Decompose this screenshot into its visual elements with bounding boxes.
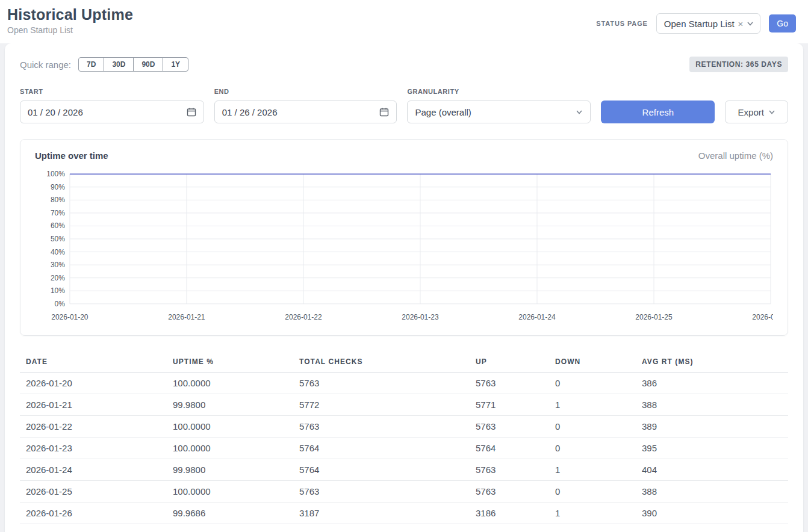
column-header: AVG RT (MS): [636, 351, 788, 373]
table-cell: 5764: [470, 438, 549, 459]
svg-text:50%: 50%: [51, 235, 65, 243]
end-date-field: END 01 / 26 / 2026: [214, 88, 397, 123]
refresh-button[interactable]: Refresh: [601, 101, 715, 123]
quick-range-row: Quick range: 7D30D90D1Y RETENTION: 365 D…: [20, 57, 788, 72]
table-cell: 388: [636, 394, 788, 416]
table-cell: 386: [636, 373, 788, 394]
svg-text:60%: 60%: [51, 221, 65, 230]
table-cell: 3187: [293, 503, 470, 524]
svg-text:2026-01-20: 2026-01-20: [51, 313, 89, 321]
table-row: 2026-01-22100.0000576357630389: [20, 416, 788, 438]
table-cell: 99.9800: [167, 394, 293, 416]
column-header: UPTIME %: [167, 351, 293, 373]
chevron-down-icon: [747, 20, 754, 27]
table-cell: 0: [549, 373, 636, 394]
calendar-icon[interactable]: [187, 107, 196, 117]
table-cell: 390: [636, 503, 788, 524]
svg-text:30%: 30%: [51, 261, 65, 269]
table-cell: 2026-01-24: [20, 459, 167, 481]
export-button[interactable]: Export: [725, 101, 788, 123]
start-date-label: START: [20, 88, 204, 95]
table-cell: 5763: [293, 373, 470, 394]
svg-text:20%: 20%: [51, 274, 65, 282]
table-cell: 0: [549, 481, 636, 503]
svg-text:2026-01-23: 2026-01-23: [402, 313, 439, 321]
table-cell: 0: [549, 438, 636, 459]
svg-text:2026-01-24: 2026-01-24: [518, 313, 556, 321]
table-cell: 100.0000: [167, 373, 293, 394]
quick-range-7d-button[interactable]: 7D: [78, 57, 104, 72]
header: Historical Uptime Open Startup List STAT…: [0, 0, 808, 43]
column-header: UP: [470, 351, 549, 373]
table-cell: 5763: [470, 481, 549, 503]
title-wrap: Historical Uptime Open Startup List: [7, 6, 133, 35]
table-row: 2026-01-2499.9800576457631404: [20, 459, 788, 481]
status-page-value: Open Startup List: [664, 19, 735, 29]
retention-badge: RETENTION: 365 DAYS: [689, 57, 788, 72]
table-cell: 0: [549, 416, 636, 438]
start-date-input[interactable]: 01 / 20 / 2026: [20, 101, 204, 123]
chart-title: Uptime over time: [35, 150, 108, 161]
go-button[interactable]: Go: [769, 14, 796, 32]
table-cell: 5772: [293, 394, 470, 416]
table-body: 2026-01-20100.00005763576303862026-01-21…: [20, 373, 788, 524]
status-page-select[interactable]: Open Startup List ×: [656, 13, 761, 34]
table-cell: 2026-01-26: [20, 503, 167, 524]
topbar-right: STATUS PAGE Open Startup List × Go: [596, 13, 796, 34]
uptime-table: DATEUPTIME %TOTAL CHECKSUPDOWNAVG RT (MS…: [20, 351, 788, 524]
table-cell: 5764: [293, 438, 470, 459]
svg-text:2026-01-22: 2026-01-22: [285, 313, 322, 321]
uptime-line-chart: 0%10%20%30%40%50%60%70%80%90%100%2026-01…: [35, 168, 773, 327]
table-cell: 99.9686: [167, 503, 293, 524]
end-date-value: 01 / 26 / 2026: [222, 107, 278, 117]
granularity-select[interactable]: Page (overall): [407, 101, 591, 123]
granularity-value: Page (overall): [415, 107, 471, 117]
table-cell: 100.0000: [167, 481, 293, 503]
chart-header: Uptime over time Overall uptime (%): [35, 150, 773, 161]
column-header: TOTAL CHECKS: [293, 351, 470, 373]
svg-text:0%: 0%: [55, 300, 66, 308]
clear-selection-icon[interactable]: ×: [738, 19, 744, 28]
table-header-row: DATEUPTIME %TOTAL CHECKSUPDOWNAVG RT (MS…: [20, 351, 788, 373]
table-cell: 100.0000: [167, 438, 293, 459]
column-header: DOWN: [549, 351, 636, 373]
end-date-input[interactable]: 01 / 26 / 2026: [214, 101, 397, 123]
table-cell: 1: [549, 394, 636, 416]
svg-text:2026-01-21: 2026-01-21: [168, 313, 205, 321]
filter-form-row: START 01 / 20 / 2026 END 01 / 26 / 2026 …: [20, 88, 788, 123]
start-date-field: START 01 / 20 / 2026: [20, 88, 204, 123]
granularity-label: GRANULARITY: [407, 88, 591, 95]
table-row: 2026-01-25100.0000576357630388: [20, 481, 788, 503]
chevron-down-icon: [768, 108, 775, 116]
table-row: 2026-01-2199.9800577257711388: [20, 394, 788, 416]
table-cell: 1: [549, 459, 636, 481]
table-row: 2026-01-23100.0000576457640395: [20, 438, 788, 459]
quick-range-1y-button[interactable]: 1Y: [163, 57, 188, 72]
quick-range-30d-button[interactable]: 30D: [104, 57, 134, 72]
table-cell: 5764: [293, 459, 470, 481]
calendar-icon[interactable]: [379, 107, 389, 117]
page-title: Historical Uptime: [7, 6, 133, 23]
svg-text:100%: 100%: [46, 170, 65, 178]
table-cell: 2026-01-20: [20, 373, 167, 394]
table-cell: 99.9800: [167, 459, 293, 481]
svg-text:2026-01-26: 2026-01-26: [752, 313, 773, 321]
table-cell: 388: [636, 481, 788, 503]
status-page-label: STATUS PAGE: [596, 20, 647, 27]
quick-range-label: Quick range:: [20, 60, 71, 70]
table-cell: 404: [636, 459, 788, 481]
table-cell: 5763: [470, 459, 549, 481]
table-cell: 5763: [470, 373, 549, 394]
table-cell: 100.0000: [167, 416, 293, 438]
main-card: Quick range: 7D30D90D1Y RETENTION: 365 D…: [5, 43, 803, 532]
table-cell: 5763: [293, 416, 470, 438]
chart-legend: Overall uptime (%): [698, 150, 773, 161]
table-cell: 2026-01-23: [20, 438, 167, 459]
chart-card: Uptime over time Overall uptime (%) 0%10…: [20, 139, 788, 336]
page-subtitle: Open Startup List: [7, 25, 133, 35]
quick-range-90d-button[interactable]: 90D: [133, 57, 163, 72]
svg-text:10%: 10%: [51, 286, 65, 295]
quick-range-group: 7D30D90D1Y: [78, 57, 188, 72]
table-cell: 2026-01-25: [20, 481, 167, 503]
chevron-down-icon: [576, 108, 583, 116]
